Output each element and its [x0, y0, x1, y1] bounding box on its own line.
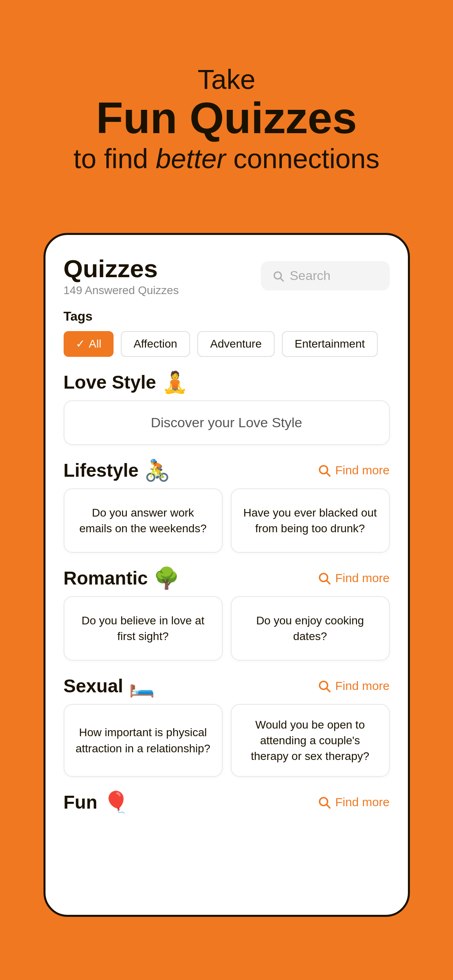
tag-chip-adventure[interactable]: Adventure	[197, 331, 275, 357]
tags-label: Tags	[64, 309, 390, 324]
quiz-card[interactable]: Do you enjoy cooking dates?	[231, 596, 390, 661]
lifestyle-find-more-button[interactable]: Find more	[317, 463, 389, 477]
sexual-cards-row: How important is physical attraction in …	[64, 704, 390, 777]
quizzes-header: Quizzes 149 Answered Quizzes Search	[64, 255, 390, 297]
category-romantic-title-row: Romantic 🌳	[64, 567, 180, 589]
category-sexual-header: Sexual 🛏️ Find more	[64, 675, 390, 697]
sexual-find-more-button[interactable]: Find more	[317, 679, 389, 693]
quizzes-title: Quizzes	[64, 255, 179, 282]
fun-find-more-label: Find more	[335, 795, 389, 809]
quiz-card[interactable]: How important is physical attraction in …	[64, 704, 223, 777]
tag-label-entertainment: Entertainment	[295, 338, 365, 350]
svg-line-9	[327, 805, 330, 808]
tags-section: Tags ✓ All Affection Adventure Entertain…	[64, 309, 390, 357]
check-icon: ✓	[76, 337, 85, 350]
romantic-find-more-label: Find more	[335, 571, 389, 585]
quiz-card-text: Have you ever blacked out from being too…	[243, 505, 378, 536]
svg-line-7	[327, 688, 330, 692]
category-love-style: Love Style 🧘 Discover your Love Style	[64, 371, 390, 445]
category-love-style-header: Love Style 🧘	[64, 371, 390, 393]
quizzes-count: 149 Answered Quizzes	[64, 284, 179, 297]
category-lifestyle-title: Lifestyle	[64, 459, 139, 481]
category-sexual: Sexual 🛏️ Find more How important is phy…	[64, 675, 390, 777]
sexual-icon: 🛏️	[129, 675, 155, 696]
tag-chip-affection[interactable]: Affection	[121, 331, 190, 357]
fun-find-more-button[interactable]: Find more	[317, 795, 389, 809]
category-lifestyle: Lifestyle 🚴 Find more Do you answer work…	[64, 459, 390, 553]
quiz-card[interactable]: Would you be open to attending a couple'…	[231, 704, 390, 777]
love-style-card[interactable]: Discover your Love Style	[64, 400, 390, 445]
category-fun-header: Fun 🎈 Find more	[64, 791, 390, 813]
hero-line3-italic: better	[156, 143, 226, 174]
category-love-style-title-row: Love Style 🧘	[64, 371, 188, 393]
category-lifestyle-title-row: Lifestyle 🚴	[64, 459, 171, 481]
tag-label-affection: Affection	[134, 338, 177, 350]
quiz-card-text: Do you enjoy cooking dates?	[243, 613, 378, 644]
love-style-card-text: Discover your Love Style	[151, 415, 302, 430]
hero-section: Take Fun Quizzes to find better connecti…	[0, 0, 453, 209]
phone-frame: Quizzes 149 Answered Quizzes Search Tags…	[43, 233, 410, 917]
svg-line-3	[327, 473, 330, 476]
quiz-card[interactable]: Have you ever blacked out from being too…	[231, 488, 390, 553]
tag-label-adventure: Adventure	[210, 338, 262, 350]
quiz-card[interactable]: Do you answer work emails on the weekend…	[64, 488, 223, 553]
tag-label-all: All	[89, 338, 101, 350]
svg-line-5	[327, 581, 330, 584]
hero-line1: Take	[32, 64, 421, 95]
tags-row: ✓ All Affection Adventure Entertainment	[64, 331, 390, 357]
quiz-card-text: Do you believe in love at first sight?	[76, 613, 211, 644]
romantic-cards-row: Do you believe in love at first sight? D…	[64, 596, 390, 661]
category-romantic: Romantic 🌳 Find more Do you believe in l…	[64, 567, 390, 661]
lifestyle-cards-row: Do you answer work emails on the weekend…	[64, 488, 390, 553]
find-more-search-icon	[317, 679, 331, 693]
love-style-icon: 🧘	[162, 372, 188, 393]
hero-line3-suffix: connections	[226, 143, 380, 174]
category-romantic-title: Romantic	[64, 567, 148, 589]
quizzes-title-block: Quizzes 149 Answered Quizzes	[64, 255, 179, 297]
hero-line2: Fun Quizzes	[32, 95, 421, 141]
search-box[interactable]: Search	[261, 261, 390, 290]
hero-line3: to find better connections	[32, 141, 421, 176]
quiz-card-text: Would you be open to attending a couple'…	[243, 717, 378, 764]
category-sexual-title: Sexual	[64, 675, 123, 697]
search-placeholder: Search	[290, 268, 331, 283]
category-love-style-title: Love Style	[64, 371, 156, 393]
romantic-find-more-button[interactable]: Find more	[317, 571, 389, 585]
find-more-search-icon	[317, 463, 331, 477]
fun-icon: 🎈	[103, 792, 129, 813]
tag-chip-all[interactable]: ✓ All	[64, 331, 114, 357]
sexual-find-more-label: Find more	[335, 679, 389, 693]
find-more-search-icon	[317, 571, 331, 585]
category-sexual-title-row: Sexual 🛏️	[64, 675, 155, 697]
tag-chip-entertainment[interactable]: Entertainment	[282, 331, 378, 357]
svg-line-1	[280, 278, 283, 281]
category-lifestyle-header: Lifestyle 🚴 Find more	[64, 459, 390, 481]
category-fun-title-row: Fun 🎈	[64, 791, 129, 813]
quiz-card-text: How important is physical attraction in …	[76, 725, 211, 756]
quiz-card-text: Do you answer work emails on the weekend…	[76, 505, 211, 536]
lifestyle-icon: 🚴	[144, 460, 170, 481]
lifestyle-find-more-label: Find more	[335, 463, 389, 477]
category-fun-title: Fun	[64, 791, 97, 813]
find-more-search-icon	[317, 795, 331, 809]
category-fun: Fun 🎈 Find more	[64, 791, 390, 813]
hero-line3-prefix: to find	[74, 143, 156, 174]
category-romantic-header: Romantic 🌳 Find more	[64, 567, 390, 589]
romantic-icon: 🌳	[153, 568, 180, 589]
search-icon	[272, 270, 284, 282]
quiz-card[interactable]: Do you believe in love at first sight?	[64, 596, 223, 661]
